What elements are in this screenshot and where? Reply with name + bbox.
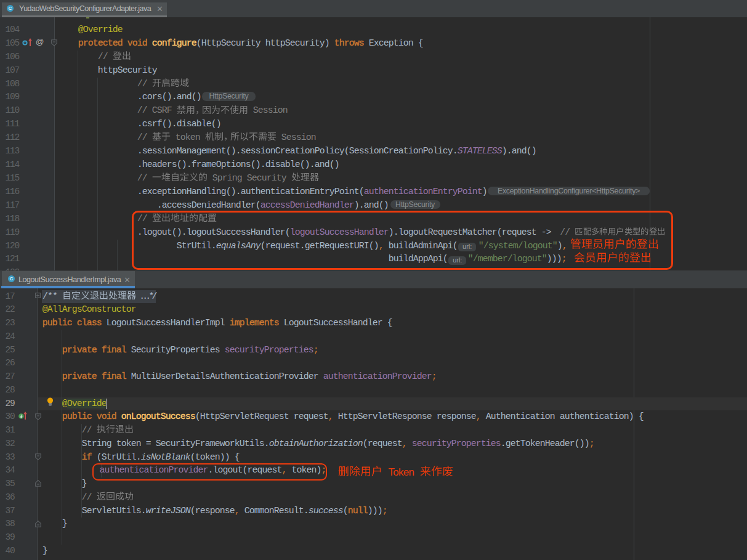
svg-text:C: C — [10, 276, 14, 282]
svg-text:C: C — [9, 6, 12, 11]
